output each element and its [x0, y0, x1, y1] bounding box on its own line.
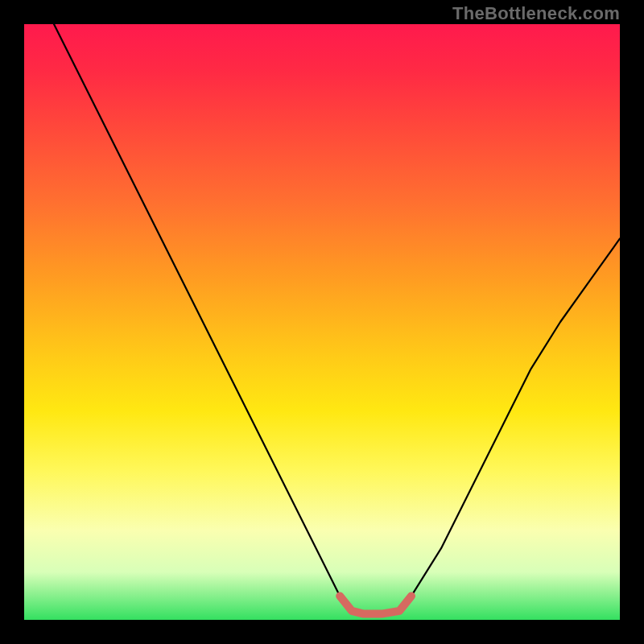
sweet-spot-marker — [340, 596, 411, 613]
curve-svg — [24, 24, 620, 620]
chart-frame: TheBottleneck.com — [0, 0, 644, 644]
watermark-text: TheBottleneck.com — [452, 3, 620, 24]
plot-area — [24, 24, 620, 620]
bottleneck-curve — [54, 24, 620, 614]
